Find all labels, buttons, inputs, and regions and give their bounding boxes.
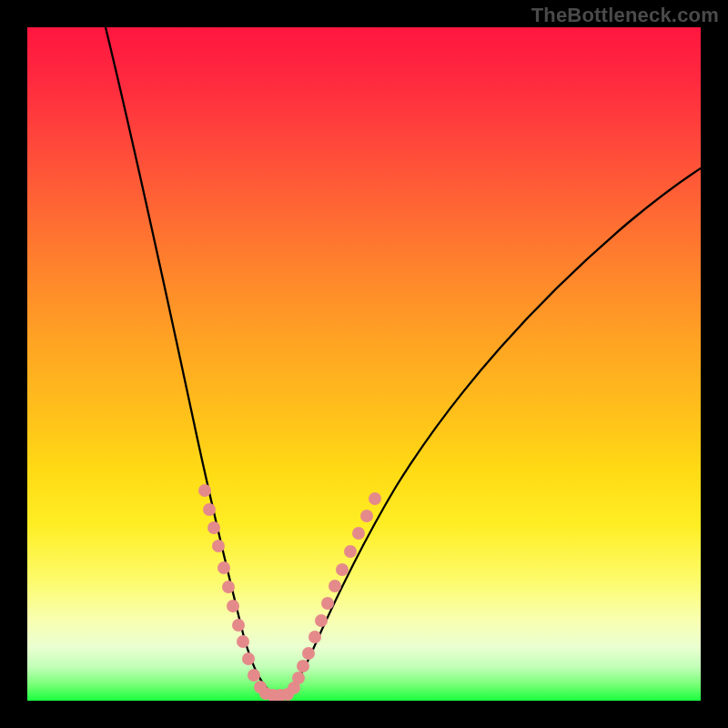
svg-point-18 [297, 660, 309, 672]
svg-point-21 [315, 614, 328, 627]
svg-point-0 [198, 484, 211, 497]
bottleneck-curve [27, 27, 701, 701]
svg-point-2 [207, 521, 220, 534]
svg-point-1 [203, 503, 216, 516]
svg-point-26 [352, 527, 365, 540]
svg-point-9 [242, 652, 255, 665]
svg-point-24 [336, 563, 349, 576]
svg-point-19 [302, 647, 315, 660]
curve-right-branch [275, 168, 701, 695]
svg-point-4 [217, 561, 230, 574]
watermark-label: TheBottleneck.com [531, 4, 719, 27]
svg-point-5 [222, 581, 235, 593]
marker-dots [198, 484, 381, 701]
svg-point-27 [360, 510, 373, 522]
svg-point-3 [212, 540, 225, 552]
svg-point-23 [329, 580, 341, 592]
svg-point-28 [369, 492, 381, 505]
svg-point-7 [232, 619, 245, 632]
svg-point-25 [344, 545, 357, 558]
svg-point-22 [321, 597, 334, 610]
svg-point-10 [248, 669, 260, 682]
curve-left-branch [106, 27, 275, 695]
svg-point-6 [227, 600, 239, 612]
chart-frame: TheBottleneck.com [0, 0, 728, 728]
svg-point-8 [237, 635, 249, 648]
plot-area [27, 27, 701, 701]
svg-point-20 [308, 631, 321, 643]
svg-point-17 [292, 672, 305, 684]
